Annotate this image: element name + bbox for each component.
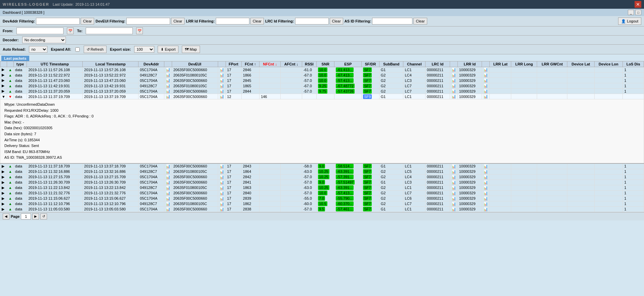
row-expand-cell[interactable]: ▶	[0, 190, 7, 196]
row-devaddr-graph[interactable]: 📊	[164, 89, 172, 94]
row-expand-cell[interactable]: ▶	[0, 196, 7, 201]
expand-icon[interactable]: ▶	[2, 169, 4, 174]
next-page-button[interactable]: ▶	[32, 213, 39, 219]
col-rssi[interactable]: RSSI	[302, 61, 316, 67]
row-lrrid-graph[interactable]: 📊	[482, 94, 490, 99]
row-lrcid-graph[interactable]: 📊	[450, 190, 457, 196]
row-devaddr-graph[interactable]: 📊	[164, 78, 172, 83]
row-expand-cell[interactable]: ▶	[0, 206, 7, 212]
row-lrcid-graph[interactable]: 📊	[450, 72, 457, 78]
row-lrcid-graph[interactable]: 📊	[450, 206, 457, 212]
col-lrrgwcnt[interactable]: LRR GWCnt	[537, 61, 567, 67]
pagination-refresh-button[interactable]: ↺	[40, 213, 47, 219]
row-devaddr-graph[interactable]: 📊	[164, 72, 172, 78]
row-deveui-graph[interactable]: 📊	[218, 196, 226, 201]
row-expand-cell[interactable]: ▶	[0, 169, 7, 174]
row-lrcid-graph[interactable]: 📊	[450, 89, 457, 94]
row-lrrid-graph[interactable]: 📊	[482, 185, 490, 190]
row-deveui-graph[interactable]: 📊	[218, 201, 226, 206]
expand-icon[interactable]: ▶	[2, 186, 4, 190]
row-lrrid-graph[interactable]: 📊	[482, 201, 490, 206]
from-calendar-button[interactable]: 📅	[67, 28, 74, 34]
decoder-select[interactable]: No decoding Cayenne LPP Custom	[22, 37, 66, 43]
row-deveui-graph[interactable]: 📊	[218, 180, 226, 185]
col-sfdr[interactable]: SF/DR	[362, 61, 379, 67]
expand-icon[interactable]: ▶	[2, 89, 4, 93]
col-type[interactable]: type	[13, 61, 27, 67]
expand-icon[interactable]: ▶	[2, 202, 4, 206]
maximize-button[interactable]: □	[635, 10, 641, 15]
row-devaddr-graph[interactable]: 📊	[164, 180, 172, 185]
expand-icon[interactable]: ▶	[2, 196, 4, 200]
expand-icon[interactable]: ▶	[2, 191, 4, 195]
asid-filter-input[interactable]	[372, 18, 412, 24]
from-input[interactable]	[16, 28, 64, 34]
row-devaddr-graph[interactable]: 📊	[164, 185, 172, 190]
row-lrcid-graph[interactable]: 📊	[450, 196, 457, 201]
row-lrrid-graph[interactable]: 📊	[482, 174, 490, 180]
col-lrcid[interactable]: LRC Id	[426, 61, 450, 67]
refresh-button[interactable]: ↺ Refresh	[84, 46, 107, 53]
expand-icon[interactable]: ▶	[2, 84, 4, 88]
row-lrcid-graph[interactable]: 📊	[450, 163, 457, 169]
minimize-button[interactable]: _	[628, 10, 634, 15]
prev-page-button[interactable]: ◀	[3, 213, 9, 219]
collapse-icon[interactable]: ▼	[2, 95, 5, 99]
row-expand-cell[interactable]: ▶	[0, 89, 7, 94]
export-button[interactable]: ⬇ Export	[158, 46, 178, 53]
expand-icon[interactable]: ▶	[2, 207, 4, 211]
row-deveui-graph[interactable]: 📊	[218, 94, 226, 99]
devaddr-filter-input[interactable]	[36, 18, 80, 24]
row-deveui-graph[interactable]: 📊	[218, 78, 226, 83]
col-deveui[interactable]: DevEUI	[172, 61, 218, 67]
row-lrrid-graph[interactable]: 📊	[482, 78, 490, 83]
row-lrrid-graph[interactable]: 📊	[482, 190, 490, 196]
col-devaddr[interactable]: DevAddr	[138, 61, 164, 67]
expand-icon[interactable]: ▶	[2, 78, 4, 82]
lrcid-filter-input[interactable]	[295, 18, 329, 24]
deveui-clear-button[interactable]: Clear	[171, 18, 185, 24]
row-lrrid-graph[interactable]: 📊	[482, 83, 490, 89]
row-devaddr-graph[interactable]: 📊	[164, 196, 172, 201]
row-deveui-graph[interactable]: 📊	[218, 206, 226, 212]
row-deveui-graph[interactable]: 📊	[218, 89, 226, 94]
page-input[interactable]	[21, 213, 31, 219]
row-deveui-graph[interactable]: 📊	[218, 174, 226, 180]
row-lrcid-graph[interactable]: 📊	[450, 180, 457, 185]
expand-icon[interactable]: ▶	[2, 73, 4, 77]
row-devaddr-graph[interactable]: 📊	[164, 94, 172, 99]
expand-icon[interactable]: ▶	[2, 175, 4, 179]
row-lrrid-graph[interactable]: 📊	[482, 89, 490, 94]
col-utc-timestamp[interactable]: UTC Timestamp	[27, 61, 83, 67]
row-lrrid-graph[interactable]: 📊	[482, 169, 490, 174]
row-lrcid-graph[interactable]: 📊	[450, 94, 457, 99]
col-lrrlong[interactable]: LRR Long	[511, 61, 537, 67]
row-lrcid-graph[interactable]: 📊	[450, 83, 457, 89]
lrrid-filter-input[interactable]	[216, 18, 249, 24]
col-subband[interactable]: SubBand	[379, 61, 403, 67]
row-deveui-graph[interactable]: 📊	[218, 67, 226, 72]
row-expand-cell[interactable]: ▶	[0, 67, 7, 72]
col-fcnt[interactable]: FCnt ↑	[241, 61, 259, 67]
logout-button[interactable]: 👤 Logout	[618, 17, 641, 25]
row-expand-cell[interactable]: ▶	[0, 174, 7, 180]
row-devaddr-graph[interactable]: 📊	[164, 163, 172, 169]
row-devaddr-graph[interactable]: 📊	[164, 190, 172, 196]
row-expand-cell[interactable]: ▼	[0, 94, 7, 99]
to-calendar-button[interactable]: 📅	[136, 28, 143, 34]
col-esp[interactable]: ESP	[334, 61, 362, 67]
export-size-select[interactable]: 100 500 1000 5000	[134, 46, 154, 53]
row-devaddr-graph[interactable]: 📊	[164, 83, 172, 89]
col-lrrlat[interactable]: LRR Lat	[490, 61, 511, 67]
row-lrrid-graph[interactable]: 📊	[482, 196, 490, 201]
col-local-timestamp[interactable]: Local Timestamp	[83, 61, 138, 67]
row-devaddr-graph[interactable]: 📊	[164, 174, 172, 180]
row-devaddr-graph[interactable]: 📊	[164, 201, 172, 206]
deveui-filter-input[interactable]	[126, 18, 170, 24]
row-lrrid-graph[interactable]: 📊	[482, 206, 490, 212]
row-lrcid-graph[interactable]: 📊	[450, 67, 457, 72]
row-deveui-graph[interactable]: 📊	[218, 169, 226, 174]
row-lrcid-graph[interactable]: 📊	[450, 78, 457, 83]
row-expand-cell[interactable]: ▶	[0, 185, 7, 190]
col-afcnt[interactable]: AFCnt ↓	[281, 61, 302, 67]
